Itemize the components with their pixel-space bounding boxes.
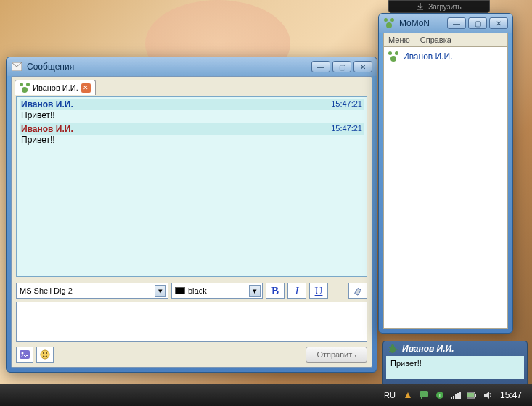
bold-button[interactable]: B bbox=[266, 283, 285, 299]
messages-title: Сообщения bbox=[27, 62, 311, 72]
svg-rect-13 bbox=[467, 393, 474, 397]
contact-list[interactable]: Иванов И.И. bbox=[383, 46, 508, 329]
minimize-button[interactable]: — bbox=[311, 61, 330, 72]
close-button[interactable]: ✕ bbox=[489, 17, 508, 29]
contact-titlebar[interactable]: MoMoN — ▢ ✕ bbox=[379, 14, 512, 33]
tab-close-icon[interactable]: ✕ bbox=[81, 83, 91, 93]
clear-format-button[interactable] bbox=[348, 283, 367, 299]
emoji-button[interactable] bbox=[36, 347, 54, 362]
svg-point-7 bbox=[391, 344, 394, 347]
messages-window: Сообщения — ▢ ✕ Иванов И.И. ✕ Иванов И.И… bbox=[6, 57, 377, 373]
chat-history-pane[interactable]: Иванов И.И.15:47:21Привет!!Иванов И.И.15… bbox=[16, 96, 367, 277]
message-input[interactable] bbox=[16, 302, 367, 342]
bug-icon bbox=[388, 344, 398, 354]
font-select[interactable]: MS Shell Dlg 2 ▾ bbox=[16, 283, 168, 299]
messages-app-icon bbox=[11, 61, 22, 72]
menu-menu[interactable]: Меню bbox=[388, 36, 410, 44]
minimize-button[interactable]: — bbox=[447, 17, 466, 29]
svg-rect-12 bbox=[475, 394, 476, 397]
chat-tab[interactable]: Иванов И.И. ✕ bbox=[15, 80, 96, 95]
momon-icon bbox=[20, 83, 30, 93]
send-button[interactable]: Отправить bbox=[306, 347, 367, 362]
smiley-icon bbox=[40, 349, 50, 360]
message-header: Иванов И.И.15:47:21 bbox=[20, 123, 364, 135]
message-time: 15:47:21 bbox=[331, 99, 362, 109]
menu-help[interactable]: Справка bbox=[420, 36, 451, 44]
notification-toast[interactable]: Иванов И.И. Привет!! bbox=[382, 341, 528, 384]
message-time: 15:47:21 bbox=[331, 124, 362, 134]
contact-window: MoMoN — ▢ ✕ Меню Справка Иванов И.И. bbox=[378, 13, 513, 334]
toast-body: Привет!! bbox=[386, 356, 524, 379]
svg-point-2 bbox=[22, 352, 24, 355]
format-toolbar: MS Shell Dlg 2 ▾ black ▾ B I U bbox=[12, 280, 372, 302]
contact-item[interactable]: Иванов И.И. bbox=[387, 50, 504, 63]
italic-button[interactable]: I bbox=[287, 283, 306, 299]
font-select-value: MS Shell Dlg 2 bbox=[20, 286, 73, 295]
tray-app-icon[interactable] bbox=[403, 390, 413, 400]
menubar: Меню Справка bbox=[383, 33, 508, 46]
system-tray: i bbox=[403, 390, 493, 400]
chat-tab-label: Иванов И.И. bbox=[33, 83, 78, 92]
maximize-button[interactable]: ▢ bbox=[332, 61, 351, 72]
svg-rect-8 bbox=[420, 391, 428, 397]
signal-icon[interactable] bbox=[451, 390, 461, 400]
message-body: Привет!! bbox=[20, 135, 364, 148]
battery-icon[interactable] bbox=[467, 390, 477, 400]
momon-app-icon bbox=[383, 17, 395, 29]
close-button[interactable]: ✕ bbox=[353, 61, 372, 72]
contact-title: MoMoN bbox=[399, 18, 447, 28]
svg-rect-1 bbox=[20, 350, 30, 359]
language-indicator[interactable]: RU bbox=[384, 391, 396, 399]
message-body: Привет!! bbox=[20, 110, 364, 123]
tray-info-icon[interactable]: i bbox=[435, 390, 445, 400]
bottom-toolbar: Отправить bbox=[12, 342, 372, 367]
maximize-button[interactable]: ▢ bbox=[468, 17, 487, 29]
color-select-value: black bbox=[188, 286, 207, 295]
svg-point-5 bbox=[46, 352, 47, 354]
message-sender: Иванов И.И. bbox=[21, 99, 73, 109]
download-label: Загрузить bbox=[428, 3, 462, 11]
color-swatch bbox=[175, 287, 185, 294]
tray-chat-icon[interactable] bbox=[419, 390, 429, 400]
clock[interactable]: 15:47 bbox=[500, 390, 522, 400]
download-icon bbox=[417, 3, 424, 10]
download-bar[interactable]: Загрузить bbox=[388, 0, 490, 13]
eraser-icon bbox=[353, 286, 363, 296]
underline-button[interactable]: U bbox=[309, 283, 328, 299]
messages-titlebar[interactable]: Сообщения — ▢ ✕ bbox=[7, 57, 377, 76]
message-header: Иванов И.И.15:47:21 bbox=[20, 99, 364, 110]
svg-point-3 bbox=[41, 350, 49, 359]
taskbar: RU i 15:47 bbox=[0, 384, 532, 406]
image-icon bbox=[20, 350, 30, 359]
attach-image-button[interactable] bbox=[16, 347, 33, 362]
chevron-down-icon: ▾ bbox=[155, 285, 166, 297]
toast-sender: Иванов И.И. bbox=[402, 344, 454, 354]
contact-name: Иванов И.И. bbox=[403, 51, 452, 62]
svg-text:i: i bbox=[439, 392, 441, 399]
svg-point-4 bbox=[43, 352, 44, 354]
tabs-row: Иванов И.И. ✕ bbox=[12, 77, 372, 95]
chevron-down-icon: ▾ bbox=[249, 285, 261, 297]
message-sender: Иванов И.И. bbox=[21, 124, 73, 134]
color-select[interactable]: black ▾ bbox=[171, 283, 263, 299]
momon-icon bbox=[388, 51, 398, 62]
volume-icon[interactable] bbox=[483, 390, 493, 400]
